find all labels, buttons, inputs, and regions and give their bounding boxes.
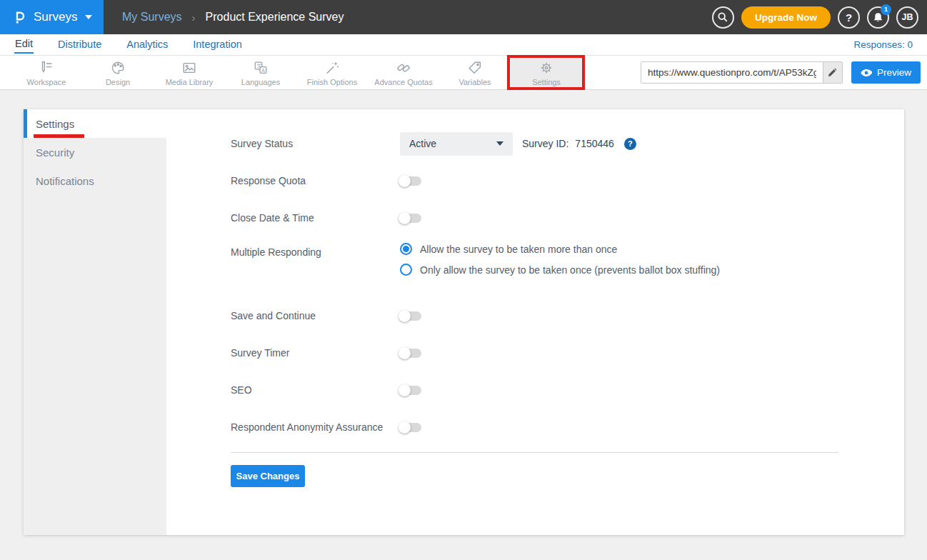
header-actions: Upgrade Now ? 1 JB	[712, 0, 927, 34]
chevron-down-icon	[85, 15, 92, 19]
close-date-toggle[interactable]	[400, 214, 421, 223]
toolbar-item-finish-options[interactable]: Finish Options	[296, 56, 368, 89]
notifications-button[interactable]: 1	[867, 6, 889, 29]
toggle-knob	[399, 347, 411, 359]
chevron-down-icon	[496, 141, 503, 146]
settings-icon	[538, 60, 554, 76]
tab-edit[interactable]: Edit	[14, 36, 34, 54]
toolbar-item-workspace[interactable]: Workspace	[11, 56, 82, 89]
pencil-icon	[828, 68, 837, 77]
red-annotation-underline	[34, 134, 84, 138]
radio-selected-icon[interactable]	[400, 243, 412, 255]
save-continue-label: Save and Continue	[231, 310, 400, 321]
save-continue-toggle[interactable]	[400, 311, 421, 321]
breadcrumb: My Surveys › Product Experience Survey	[122, 0, 344, 34]
notification-badge: 1	[881, 4, 891, 15]
edit-url-button[interactable]	[823, 61, 843, 84]
question-mark-icon: ?	[846, 11, 852, 24]
toolbar-item-advance-quotas[interactable]: Advance Quotas	[368, 56, 439, 89]
sidebar-item-security[interactable]: Security	[24, 138, 166, 166]
response-quota-row: Response Quota	[231, 162, 838, 199]
seo-toggle[interactable]	[400, 386, 421, 395]
help-button[interactable]: ?	[838, 6, 860, 29]
multiple-responding-row: Multiple Responding Allow the survey to …	[231, 236, 838, 297]
survey-id-value: 7150446	[575, 138, 614, 149]
search-icon	[717, 11, 728, 23]
radio-option-once[interactable]: Only allow the survey to be taken once (…	[400, 264, 720, 276]
close-date-row: Close Date & Time	[231, 199, 838, 236]
toggle-knob	[399, 310, 411, 322]
responses-count[interactable]: Responses: 0	[853, 39, 913, 50]
seo-row: SEO	[231, 371, 838, 409]
survey-url-group	[641, 61, 843, 84]
settings-sidebar: Settings Security Notifications	[24, 109, 166, 535]
brand-label: Surveys	[34, 10, 77, 24]
svg-text:A: A	[261, 68, 265, 73]
tab-integration[interactable]: Integration	[192, 36, 243, 53]
edit-toolbar: Workspace Design Media Library 文 A	[0, 55, 927, 90]
survey-timer-label: Survey Timer	[231, 347, 400, 359]
eye-icon	[861, 69, 872, 77]
variables-icon	[467, 60, 483, 76]
survey-status-select[interactable]: Active	[400, 132, 513, 156]
sidebar-item-settings[interactable]: Settings	[24, 109, 166, 138]
toggle-knob	[399, 384, 411, 396]
media-library-icon	[181, 60, 197, 76]
anonymity-row: Respondent Anonymity Assurance	[231, 409, 838, 446]
toolbar-item-media-library[interactable]: Media Library	[154, 56, 225, 89]
anonymity-toggle[interactable]	[400, 423, 421, 432]
workspace-icon	[39, 60, 54, 76]
radio-option-multiple[interactable]: Allow the survey to be taken more than o…	[400, 243, 720, 255]
avatar[interactable]: JB	[896, 6, 918, 29]
toolbar-item-settings[interactable]: Settings	[511, 56, 582, 89]
design-icon	[110, 60, 126, 76]
survey-timer-row: Survey Timer	[231, 334, 838, 371]
settings-form: Survey Status Active Survey ID: 7150446 …	[166, 109, 904, 535]
toolbar-item-languages[interactable]: 文 A Languages	[225, 56, 296, 89]
questionpro-logo-icon	[11, 9, 27, 25]
survey-timer-toggle[interactable]	[400, 349, 421, 358]
breadcrumb-parent[interactable]: My Surveys	[122, 11, 182, 24]
upgrade-now-button[interactable]: Upgrade Now	[741, 6, 831, 29]
survey-status-label: Survey Status	[231, 138, 400, 149]
multiple-responding-options: Allow the survey to be taken more than o…	[400, 236, 720, 276]
settings-card: Settings Security Notifications Survey S…	[24, 109, 904, 535]
toolbar-item-variables[interactable]: Variables	[439, 56, 511, 89]
help-icon[interactable]: ?	[624, 138, 636, 150]
sidebar-item-notifications[interactable]: Notifications	[24, 166, 166, 195]
seo-label: SEO	[231, 384, 400, 396]
content-area: Settings Security Notifications Survey S…	[0, 90, 927, 535]
close-date-label: Close Date & Time	[231, 212, 400, 224]
save-continue-row: Save and Continue	[231, 297, 838, 334]
languages-icon: 文 A	[253, 60, 269, 76]
brand-menu[interactable]: Surveys	[0, 0, 104, 34]
tab-analytics[interactable]: Analytics	[126, 36, 169, 53]
toggle-knob	[399, 421, 411, 434]
search-button[interactable]	[712, 6, 734, 29]
toggle-knob	[399, 175, 411, 187]
response-quota-label: Response Quota	[231, 175, 400, 186]
survey-url-input[interactable]	[641, 61, 823, 84]
radio-unselected-icon[interactable]	[400, 264, 412, 276]
toggle-knob	[399, 212, 411, 224]
survey-status-row: Survey Status Active Survey ID: 7150446 …	[231, 125, 838, 162]
preview-button[interactable]: Preview	[851, 61, 921, 84]
survey-status-value: Active	[409, 138, 436, 149]
response-quota-toggle[interactable]	[400, 176, 421, 186]
save-changes-button[interactable]: Save Changes	[231, 465, 305, 487]
survey-id: Survey ID: 7150446 ?	[522, 138, 636, 150]
sidebar-rest: Security Notifications	[24, 138, 166, 535]
section-tabbar: Edit Distribute Analytics Integration Re…	[0, 34, 927, 55]
top-header: Surveys My Surveys › Product Experience …	[0, 0, 927, 34]
multiple-responding-label: Multiple Responding	[231, 246, 400, 258]
tab-distribute[interactable]: Distribute	[57, 36, 102, 53]
breadcrumb-separator-icon: ›	[192, 11, 196, 24]
advance-quotas-icon	[396, 60, 411, 76]
finish-options-icon	[324, 60, 340, 76]
survey-id-label: Survey ID:	[522, 138, 568, 149]
anonymity-label: Respondent Anonymity Assurance	[231, 421, 400, 433]
breadcrumb-current: Product Experience Survey	[206, 11, 344, 24]
avatar-initials: JB	[902, 12, 913, 22]
toolbar-item-design[interactable]: Design	[82, 56, 154, 89]
form-divider	[231, 452, 838, 453]
